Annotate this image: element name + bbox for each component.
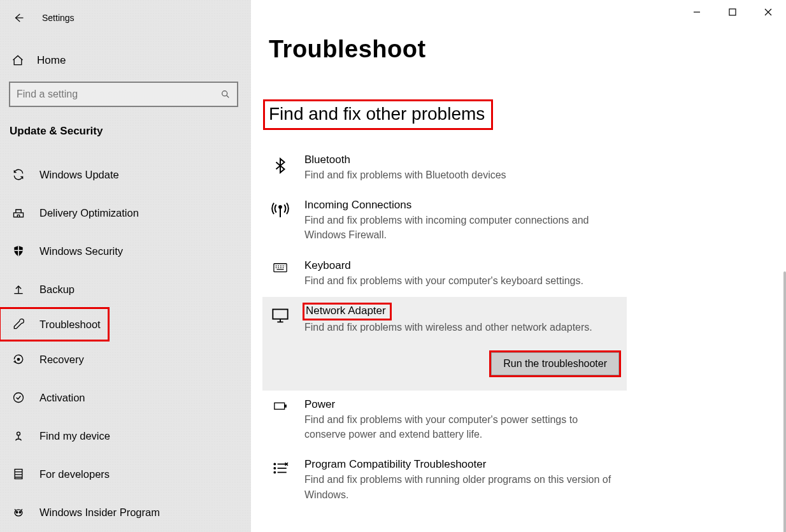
svg-point-18 [274, 464, 275, 465]
troubleshooter-name: Program Compatibility Troubleshooter [304, 458, 620, 471]
wrench-icon [11, 317, 25, 331]
sidebar-section-title: Update & Security [0, 107, 251, 144]
shield-icon [11, 244, 25, 258]
window-controls [679, 0, 786, 24]
sidebar-item-label: Windows Update [39, 169, 119, 181]
search-icon [220, 89, 231, 99]
svg-rect-15 [273, 309, 287, 319]
svg-point-0 [222, 91, 227, 96]
svg-rect-16 [275, 403, 285, 409]
run-troubleshooter-button[interactable]: Run the troubleshooter [491, 352, 619, 375]
sidebar-item-windows-insider[interactable]: Windows Insider Program [0, 493, 251, 531]
antenna-icon [269, 199, 292, 242]
troubleshooter-name: Incoming Connections [304, 199, 620, 212]
sidebar-item-label: Backup [39, 284, 75, 296]
sidebar: Settings Home Update & Security [0, 0, 251, 532]
developer-icon [11, 467, 25, 481]
home-icon [11, 54, 24, 67]
sidebar-item-label: Delivery Optimization [39, 207, 139, 219]
troubleshooter-incoming-connections[interactable]: Incoming Connections Find and fix proble… [262, 191, 627, 251]
recovery-icon [11, 352, 25, 366]
sidebar-item-label: Activation [39, 392, 85, 404]
search-input-container[interactable] [9, 82, 238, 107]
svg-rect-3 [14, 250, 22, 251]
monitor-icon [269, 305, 292, 375]
troubleshooter-network-adapter[interactable]: Network Adapter Find and fix problems wi… [262, 297, 627, 391]
keyboard-icon [269, 259, 292, 288]
troubleshooter-keyboard[interactable]: Keyboard Find and fix problems with your… [262, 252, 627, 297]
troubleshooter-name: Bluetooth [304, 154, 620, 166]
troubleshooter-desc: Find and fix problems with incoming comp… [304, 213, 620, 242]
back-button[interactable] [13, 12, 24, 24]
check-circle-icon [11, 391, 25, 405]
svg-point-13 [279, 206, 282, 208]
sidebar-nav: Windows Update Delivery Optimization Win… [0, 155, 251, 531]
app-title: Settings [42, 13, 75, 23]
bluetooth-icon [269, 154, 292, 182]
sidebar-item-windows-security[interactable]: Windows Security [0, 232, 251, 270]
main-content: Troubleshoot Find and fix other problems… [251, 0, 786, 532]
location-icon [11, 429, 25, 443]
troubleshooter-desc: Find and fix problems with Bluetooth dev… [304, 168, 620, 182]
home-label: Home [37, 54, 66, 67]
troubleshooter-name: Network Adapter [304, 305, 390, 319]
truncated-previous-text [251, 63, 786, 75]
maximize-button[interactable] [715, 0, 750, 24]
sidebar-item-label: Recovery [39, 354, 84, 366]
troubleshooter-desc: Find and fix problems with wireless and … [304, 320, 620, 334]
svg-point-10 [19, 512, 21, 514]
sidebar-item-label: Troubleshoot [39, 319, 101, 331]
search-input[interactable] [17, 89, 208, 100]
battery-icon [269, 398, 292, 442]
sidebar-item-recovery[interactable]: Recovery [0, 340, 251, 378]
sidebar-item-label: For developers [39, 468, 110, 480]
sidebar-item-activation[interactable]: Activation [0, 378, 251, 417]
insider-icon [11, 505, 25, 519]
svg-point-20 [274, 472, 275, 473]
sidebar-item-backup[interactable]: Backup [0, 270, 251, 308]
section-header-find-fix: Find and fix other problems [265, 101, 491, 128]
sync-icon [11, 168, 25, 182]
sidebar-home[interactable]: Home [0, 42, 251, 79]
svg-point-5 [14, 393, 24, 403]
troubleshooter-name: Power [304, 398, 620, 411]
sidebar-item-label: Windows Security [39, 245, 123, 257]
troubleshooter-desc: Find and fix problems with running older… [304, 472, 620, 501]
troubleshooter-program-compat[interactable]: Program Compatibility Troubleshooter Fin… [262, 450, 627, 510]
backup-icon [11, 282, 25, 296]
list-icon [269, 458, 292, 501]
svg-point-6 [17, 432, 20, 435]
scrollbar-thumb[interactable] [783, 271, 786, 532]
sidebar-item-label: Find my device [39, 430, 110, 442]
sidebar-item-for-developers[interactable]: For developers [0, 455, 251, 493]
close-button[interactable] [750, 0, 786, 24]
sidebar-item-label: Windows Insider Program [39, 507, 160, 519]
sidebar-item-windows-update[interactable]: Windows Update [0, 155, 251, 194]
minimize-button[interactable] [679, 0, 715, 24]
sidebar-item-find-my-device[interactable]: Find my device [0, 417, 251, 455]
svg-rect-12 [729, 9, 736, 15]
svg-point-9 [16, 512, 18, 514]
sidebar-item-troubleshoot[interactable]: Troubleshoot [0, 308, 108, 340]
svg-point-4 [17, 358, 19, 360]
svg-rect-17 [285, 405, 287, 407]
titlebar: Settings [0, 5, 251, 31]
sidebar-item-delivery-optimization[interactable]: Delivery Optimization [0, 194, 251, 232]
scrollbar-track[interactable] [782, 36, 786, 526]
troubleshooter-list: Bluetooth Find and fix problems with Blu… [251, 146, 786, 511]
delivery-icon [11, 206, 25, 220]
troubleshooter-bluetooth[interactable]: Bluetooth Find and fix problems with Blu… [262, 146, 627, 191]
troubleshooter-power[interactable]: Power Find and fix problems with your co… [262, 391, 627, 450]
troubleshooter-name: Keyboard [304, 259, 620, 272]
troubleshooter-desc: Find and fix problems with your computer… [304, 273, 620, 288]
svg-point-19 [274, 468, 275, 469]
troubleshooter-desc: Find and fix problems with your computer… [304, 412, 620, 442]
